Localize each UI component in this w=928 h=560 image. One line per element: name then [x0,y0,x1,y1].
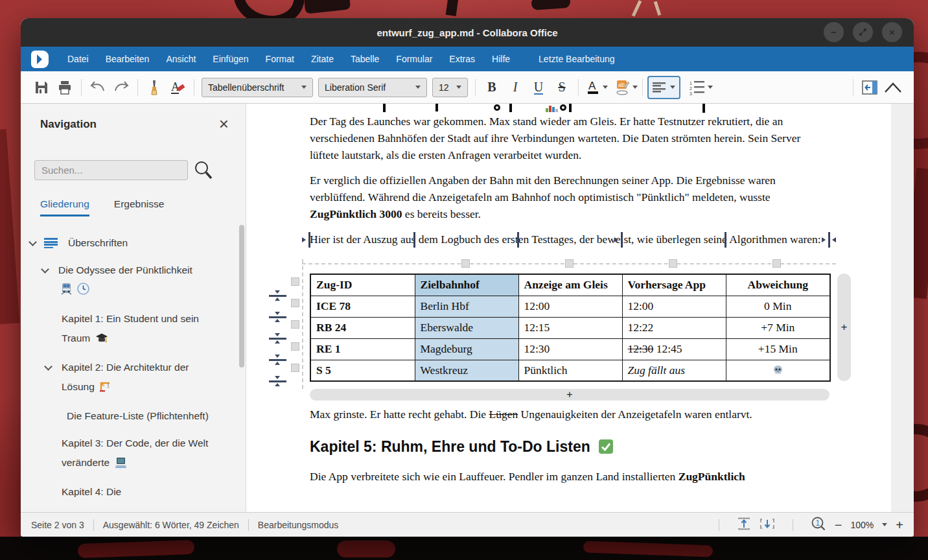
zoom-out-button[interactable]: − [835,519,842,531]
close-icon[interactable]: × [219,115,229,132]
save-button[interactable] [30,76,53,99]
page-indicator[interactable]: Seite 2 von 3 [31,520,84,530]
nav-item-kapitel3[interactable]: Kapitel 3: Der Code, der die Welt veränd… [21,434,222,474]
cell-abweichung[interactable]: +7 Min [726,317,830,338]
cell-zug-id[interactable]: ICE 78 [310,296,415,317]
menu-zitate[interactable]: Zitate [303,47,342,71]
column-handle[interactable] [772,259,781,268]
menu-datei[interactable]: Datei [59,47,97,71]
row-resize-widget[interactable] [269,290,286,301]
tab-gliederung[interactable]: Gliederung [40,198,89,216]
zoom-page-button[interactable]: 1 [811,516,826,533]
chevron-down-icon[interactable] [708,86,713,89]
font-size-select[interactable]: 12 [432,78,468,97]
clone-formatting-button[interactable] [143,76,166,99]
document-page[interactable]: Der Tag des Launches war gekommen. Max s… [246,104,891,512]
paragraph-align-button[interactable] [647,76,680,99]
edit-mode-indicator[interactable]: Bearbeitungsmodus [258,520,339,530]
chapter-heading[interactable]: Kapitel 5: Ruhm, Ehre und To-Do Listen [310,438,614,456]
search-icon[interactable] [193,159,213,183]
menu-bearbeiten[interactable]: Bearbeiten [97,47,158,71]
nav-item-ueberschriften[interactable]: Überschriften [21,233,235,253]
cell-anzeige[interactable]: 12:30 [518,338,622,360]
chevron-down-icon[interactable] [603,86,608,89]
cell-vorhersage[interactable]: 12:30 12:45 [622,338,726,360]
col-header-zug-id[interactable]: Zug-ID [310,274,415,296]
sidebar-scrollbar[interactable] [239,225,244,368]
list-button[interactable]: 123 [687,76,708,99]
row-handle[interactable] [291,342,299,351]
menu-formular[interactable]: Formular [388,47,441,71]
selection-count[interactable]: Ausgewählt: 6 Wörter, 49 Zeichen [103,520,239,530]
row-handle[interactable] [291,320,299,329]
cell-abweichung[interactable] [726,360,830,381]
undo-button[interactable] [86,76,110,99]
chevron-down-icon[interactable] [41,265,49,274]
column-handle[interactable] [565,259,574,268]
row-handle[interactable] [291,364,299,372]
chevron-down-icon[interactable] [632,86,638,89]
nav-item-kapitel1[interactable]: Kapitel 1: Ein Student und sein Traum [21,309,215,350]
cell-anzeige[interactable]: 12:00 [518,296,622,317]
minimize-button[interactable]: − [824,22,844,42]
cell-zug-id[interactable]: S 5 [310,360,415,381]
row-handle[interactable] [291,277,299,286]
cell-zielbahnhof[interactable]: Magdeburg [415,338,518,360]
italic-button[interactable]: I [504,76,527,99]
menu-extras[interactable]: Extras [441,47,483,71]
cell-vorhersage[interactable]: Zug fällt aus [622,360,726,381]
zoom-level[interactable]: 100% [851,520,874,530]
font-name-select[interactable]: Liberation Serif [318,78,427,97]
paragraph[interactable]: Er verglich die offiziellen Angaben der … [310,172,832,222]
menu-letzte-bearbeitung[interactable]: Letzte Bearbeitung [530,47,623,71]
paragraph-style-select[interactable]: Tabellenüberschrift [202,78,313,97]
redo-button[interactable] [110,76,133,99]
paragraph[interactable]: Hier ist der Auszug aus dem Logbuch des … [310,231,832,248]
column-handle[interactable] [461,259,470,268]
menu-tabelle[interactable]: Tabelle [342,47,388,71]
collapse-toolbar-button[interactable] [881,76,905,99]
multi-page-view-button[interactable] [760,517,775,532]
menu-ansicht[interactable]: Ansicht [157,47,204,71]
cell-abweichung[interactable]: +15 Min [726,338,830,360]
menu-einfuegen[interactable]: Einfügen [204,47,257,71]
nav-item-kapitel2[interactable]: Kapitel 2: Die Architektur der Lösung [21,358,218,399]
chevron-down-icon[interactable] [670,86,675,89]
column-handle[interactable] [669,259,677,268]
chevron-down-icon[interactable] [44,362,52,371]
zug-table[interactable]: Zug-ID Zielbahnhof Anzeige am Gleis Vorh… [310,274,831,382]
chevron-down-icon[interactable] [29,238,37,246]
row-resize-widget[interactable] [269,312,286,322]
menu-hilfe[interactable]: Hilfe [483,47,518,71]
search-input[interactable] [34,160,188,180]
paragraph[interactable]: Max grinste. Er hatte recht gehabt. Die … [310,406,832,423]
chevron-down-icon[interactable] [882,523,887,526]
row-resize-widget[interactable] [269,355,286,365]
cell-zielbahnhof[interactable]: Berlin Hbf [415,296,518,317]
col-header-vorhersage[interactable]: Vorhersage App [622,274,726,296]
col-header-zielbahnhof[interactable]: Zielbahnhof [415,274,518,296]
add-row-button[interactable]: + [310,389,829,401]
row-resize-widget[interactable] [269,333,286,344]
nav-item-feature-liste[interactable]: Die Feature-Liste (Pflichtenheft) [21,406,215,426]
tab-ergebnisse[interactable]: Ergebnisse [114,198,165,216]
cell-vorhersage[interactable]: 12:22 [622,317,726,338]
paragraph[interactable]: Die App verbreitete sich wie ein Lauffeu… [310,468,832,485]
row-resize-widget[interactable] [269,376,286,386]
cell-abweichung[interactable]: 0 Min [726,296,830,317]
col-header-abweichung[interactable]: Abweichung [726,274,830,296]
font-color-button[interactable]: A [583,76,603,99]
print-button[interactable] [53,76,76,99]
zoom-in-button[interactable]: + [896,519,903,531]
add-column-button[interactable]: + [837,274,851,381]
clear-formatting-button[interactable]: A [166,76,189,99]
strikethrough-button[interactable]: S [550,76,574,99]
cell-zug-id[interactable]: RE 1 [310,338,415,360]
single-page-view-button[interactable] [737,517,751,532]
nav-item-kapitel4[interactable]: Kapitel 4: Die [21,482,235,502]
menu-format[interactable]: Format [257,47,303,71]
underline-button[interactable]: U [527,76,550,99]
highlight-color-button[interactable]: ab [613,76,632,99]
cell-zielbahnhof[interactable]: Eberswalde [415,317,518,338]
col-header-anzeige[interactable]: Anzeige am Gleis [518,274,622,296]
